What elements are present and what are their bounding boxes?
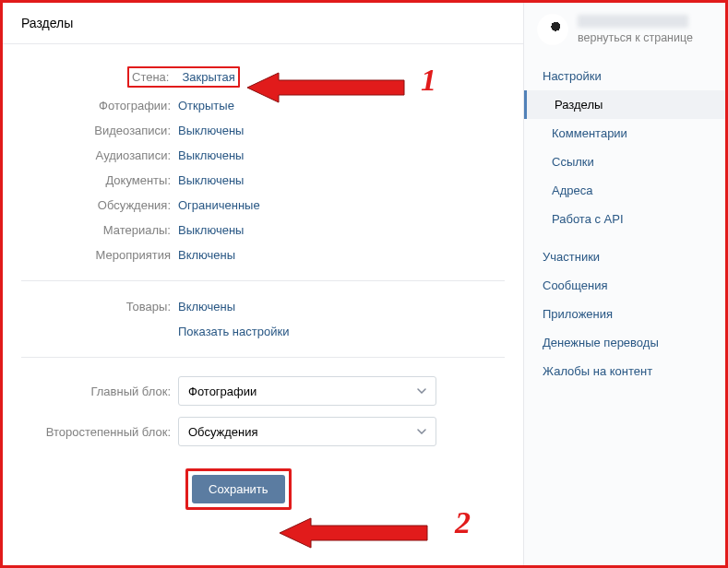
sidebar-item-0[interactable]: Настройки [524, 62, 725, 90]
main-block-label: Главный блок: [21, 385, 178, 398]
save-button[interactable]: Сохранить [192, 475, 285, 503]
back-to-page-link[interactable]: вернуться к странице [578, 31, 693, 44]
divider [21, 357, 505, 358]
materials-label: Материалы: [21, 223, 178, 237]
wall-label: Стена: [132, 70, 176, 84]
secondary-block-label: Второстепенный блок: [21, 425, 178, 439]
profile-name-redacted [578, 15, 688, 28]
wall-value[interactable]: Закрытая [182, 70, 234, 84]
sidebar-nav: НастройкиРазделыКомментарииСсылкиАдресаР… [524, 62, 725, 385]
market-value[interactable]: Включены [178, 300, 235, 314]
sidebar-item-4[interactable]: Адреса [524, 176, 725, 205]
sidebar-item-1[interactable]: Разделы [524, 90, 725, 119]
sidebar: вернуться к странице НастройкиРазделыКом… [524, 3, 725, 565]
chevron-down-icon [417, 429, 426, 434]
avatar[interactable] [537, 14, 568, 45]
divider [21, 280, 505, 281]
docs-label: Документы: [21, 173, 178, 187]
sections-settings: Стена: Закрытая Фотографии: Открытые Вид… [3, 44, 523, 527]
main-block-value: Фотографии [188, 385, 257, 398]
wall-highlight-box: Стена: Закрытая [127, 66, 240, 88]
sidebar-item-7[interactable]: Сообщения [524, 271, 725, 300]
sidebar-item-8[interactable]: Приложения [524, 300, 725, 328]
sidebar-item-3[interactable]: Ссылки [524, 148, 725, 176]
docs-value[interactable]: Выключены [178, 173, 244, 187]
photos-label: Фотографии: [21, 99, 178, 112]
main-block-select[interactable]: Фотографии [178, 376, 436, 406]
audio-label: Аудиозаписи: [21, 148, 178, 162]
videos-value[interactable]: Выключены [178, 124, 244, 137]
secondary-block-select[interactable]: Обсуждения [178, 417, 436, 446]
page-title: Разделы [3, 3, 523, 44]
materials-value[interactable]: Выключены [178, 223, 244, 237]
sidebar-item-10[interactable]: Жалобы на контент [524, 357, 725, 385]
discussions-label: Обсуждения: [21, 198, 178, 212]
videos-label: Видеозаписи: [21, 124, 178, 137]
audio-value[interactable]: Выключены [178, 148, 244, 162]
market-show-settings-link[interactable]: Показать настройки [178, 325, 289, 338]
save-highlight-box: Сохранить [185, 468, 292, 510]
profile-block: вернуться к странице [524, 3, 725, 62]
chevron-down-icon [417, 388, 426, 394]
discussions-value[interactable]: Ограниченные [178, 198, 260, 212]
photos-value[interactable]: Открытые [178, 99, 234, 112]
market-label: Товары: [21, 300, 178, 314]
sidebar-item-5[interactable]: Работа с API [524, 205, 725, 233]
events-label: Мероприятия [21, 248, 178, 262]
main-panel: Разделы Стена: Закрытая Фотографии: Откр… [3, 3, 524, 565]
sidebar-item-6[interactable]: Участники [524, 243, 725, 271]
sidebar-item-2[interactable]: Комментарии [524, 119, 725, 148]
events-value[interactable]: Включены [178, 248, 235, 262]
sidebar-item-9[interactable]: Денежные переводы [524, 328, 725, 357]
secondary-block-value: Обсуждения [188, 425, 258, 439]
